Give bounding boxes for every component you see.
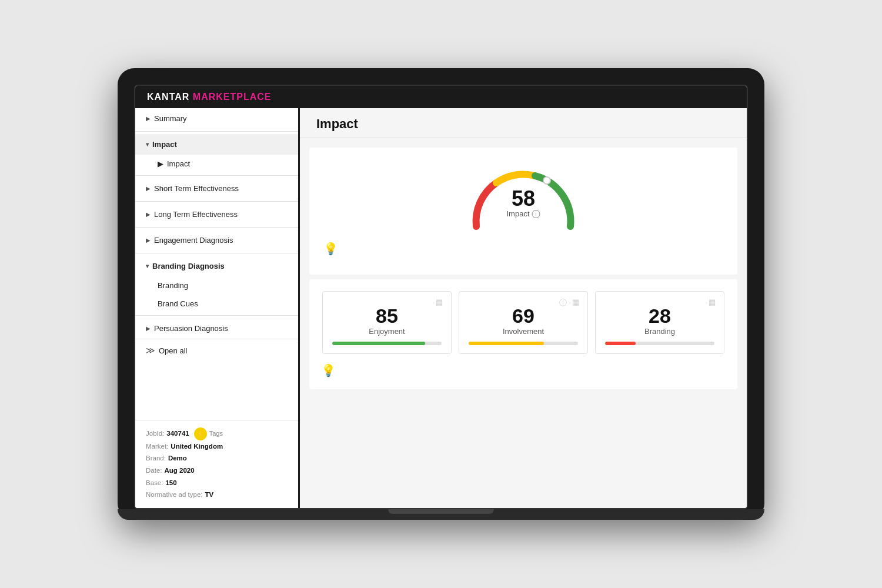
tags-label[interactable]: Tags xyxy=(209,428,223,440)
bar-chart-icon[interactable]: ▦ xyxy=(572,298,582,307)
bar-chart-icon[interactable]: ▦ xyxy=(436,298,445,307)
job-id-row: JobId: 340741 ⚡ Tags xyxy=(146,427,288,440)
job-id-value: 340741 xyxy=(166,427,189,440)
gauge-value: 58 Impact i xyxy=(506,188,540,218)
sidebar-item-label: Impact xyxy=(167,159,190,168)
sidebar-item-summary[interactable]: ▶ Summary xyxy=(135,108,298,129)
bottom-lightbulb-icon[interactable]: 💡 xyxy=(319,363,728,377)
gauge-number: 58 xyxy=(506,188,540,209)
divider xyxy=(135,201,298,202)
divider xyxy=(135,131,298,132)
sidebar-item-label: Branding xyxy=(158,281,188,290)
sidebar-item-impact-sub[interactable]: ▶ Impact xyxy=(135,155,298,173)
arrow-icon: ▾ xyxy=(146,141,149,148)
divider xyxy=(135,315,298,316)
gauge-label: Impact i xyxy=(506,209,540,218)
main-title: Impact xyxy=(300,108,747,138)
logo-marketplace: MARKETPLACE xyxy=(193,92,272,102)
normative-value: TV xyxy=(205,489,214,501)
arrow-icon: ▶ xyxy=(146,237,151,243)
divider xyxy=(135,253,298,253)
laptop-screen: KANTAR MARKETPLACE ▶ Summary ▾ Impact xyxy=(134,85,748,509)
open-all-label: Open all xyxy=(159,346,187,355)
card-branding: ▦ 28 Branding xyxy=(595,291,724,354)
sidebar-item-label: Short Term Effectiveness xyxy=(154,184,239,193)
sidebar-item-short-term[interactable]: ▶ Short Term Effectiveness xyxy=(135,178,298,199)
bar-chart-icon[interactable]: ▦ xyxy=(709,298,718,307)
gauge-container: 58 Impact i xyxy=(459,162,588,232)
card-bar xyxy=(605,342,636,345)
sidebar: ▶ Summary ▾ Impact ▶ Impact ▶ xyxy=(135,108,300,508)
arrow-icon: ▶ xyxy=(146,185,151,192)
card-icons: ▦ xyxy=(709,298,718,307)
gauge-indicator xyxy=(543,177,550,184)
lightbulb-icon[interactable]: 💡 xyxy=(323,242,338,256)
base-value: 150 xyxy=(165,477,176,489)
app-body: ▶ Summary ▾ Impact ▶ Impact ▶ xyxy=(135,108,747,508)
logo: KANTAR MARKETPLACE xyxy=(147,92,271,102)
card-enjoyment-label: Enjoyment xyxy=(332,327,442,336)
normative-label: Normative ad type: xyxy=(146,489,203,501)
brand-value: Demo xyxy=(168,452,187,465)
gauge-section: 58 Impact i 💡 xyxy=(309,148,737,275)
arrow-icon: ▶ xyxy=(146,115,151,122)
divider xyxy=(135,175,298,176)
card-bar-container xyxy=(469,342,578,345)
sidebar-item-label: Engagement Diagnosis xyxy=(154,236,233,245)
sidebar-item-impact[interactable]: ▾ Impact xyxy=(135,134,298,155)
date-value: Aug 2020 xyxy=(165,465,195,477)
market-row: Market: United Kingdom xyxy=(146,440,288,453)
sidebar-item-label: Summary xyxy=(154,114,187,123)
tags-badge[interactable]: ⚡ xyxy=(194,427,207,440)
cards-section: ▦ 85 Enjoyment ⓘ ▦ xyxy=(309,279,737,389)
sidebar-item-persuasion[interactable]: ▶ Persuasion Diagnosis xyxy=(135,318,298,339)
open-all-icon: ≫ xyxy=(146,345,155,356)
brand-row: Brand: Demo xyxy=(146,452,288,465)
open-all-button[interactable]: ≫ Open all xyxy=(135,339,298,362)
card-branding-value: 28 xyxy=(605,306,714,326)
card-enjoyment: ▦ 85 Enjoyment xyxy=(322,291,452,354)
sidebar-item-label: Impact xyxy=(152,140,177,149)
logo-kantar: KANTAR xyxy=(147,92,189,102)
card-involvement-label: Involvement xyxy=(469,327,578,336)
info-icon[interactable]: ⓘ xyxy=(559,298,569,307)
card-involvement-value: 69 xyxy=(469,306,578,326)
date-row: Date: Aug 2020 xyxy=(146,465,288,477)
card-bar xyxy=(469,342,544,345)
top-bar: KANTAR MARKETPLACE xyxy=(135,86,747,108)
sidebar-item-branding-diagnosis[interactable]: ▾ Branding Diagnosis xyxy=(135,256,298,276)
date-label: Date: xyxy=(146,465,162,477)
normative-row: Normative ad type: TV xyxy=(146,489,288,501)
sidebar-item-label: Long Term Effectiveness xyxy=(154,210,238,219)
card-bar-container xyxy=(332,342,442,345)
sidebar-item-label: Persuasion Diagnosis xyxy=(154,324,228,333)
arrow-icon: ▶ xyxy=(158,159,163,168)
card-involvement: ⓘ ▦ 69 Involvement xyxy=(459,291,588,354)
main-content: Impact xyxy=(300,108,747,508)
info-icon[interactable]: i xyxy=(532,210,540,218)
market-value: United Kingdom xyxy=(171,440,223,453)
card-bar xyxy=(332,342,425,345)
base-label: Base: xyxy=(146,477,163,489)
sidebar-item-branding-sub[interactable]: Branding xyxy=(135,276,298,295)
brand-label: Brand: xyxy=(146,452,166,465)
divider xyxy=(135,227,298,228)
card-icons: ▦ xyxy=(436,298,445,307)
sidebar-item-label: Brand Cues xyxy=(158,299,198,308)
card-icons: ⓘ ▦ xyxy=(559,298,582,307)
laptop-base xyxy=(118,509,764,520)
arrow-icon: ▾ xyxy=(146,263,149,269)
card-enjoyment-value: 85 xyxy=(332,306,442,326)
base-row: Base: 150 xyxy=(146,477,288,489)
sidebar-item-brand-cues[interactable]: Brand Cues xyxy=(135,295,298,313)
job-id-label: JobId: xyxy=(146,427,164,440)
cards-row: ▦ 85 Enjoyment ⓘ ▦ xyxy=(319,291,728,354)
arrow-icon: ▶ xyxy=(146,211,151,218)
sidebar-item-engagement[interactable]: ▶ Engagement Diagnosis xyxy=(135,230,298,250)
laptop-frame: KANTAR MARKETPLACE ▶ Summary ▾ Impact xyxy=(118,68,764,520)
card-branding-label: Branding xyxy=(605,327,714,336)
arrow-icon: ▶ xyxy=(146,325,151,332)
card-bar-container xyxy=(605,342,714,345)
sidebar-item-label: Branding Diagnosis xyxy=(152,262,225,270)
sidebar-item-long-term[interactable]: ▶ Long Term Effectiveness xyxy=(135,204,298,225)
